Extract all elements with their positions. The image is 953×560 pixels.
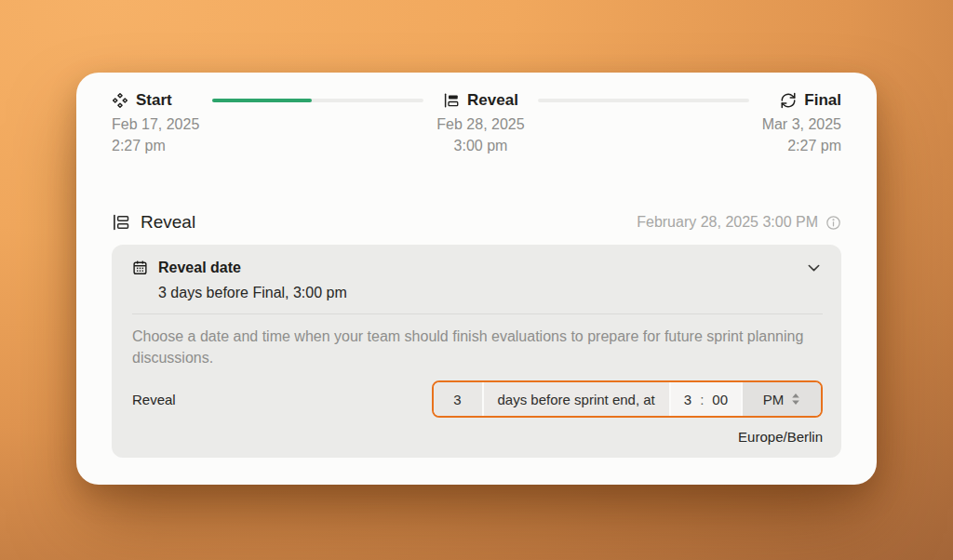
days-before-input[interactable]: 3	[434, 382, 482, 416]
time-separator: :	[700, 392, 704, 407]
milestone-final: Final Mar 3, 2025 2:27 pm	[762, 90, 841, 156]
final-refresh-icon	[780, 92, 797, 109]
meridiem-select[interactable]: PM	[743, 382, 821, 416]
spinner-arrows-icon	[791, 393, 800, 406]
chevron-down-icon[interactable]	[805, 259, 823, 276]
timeline-connector-start-reveal	[212, 99, 423, 102]
milestone-reveal-time: 3:00 pm	[436, 135, 524, 156]
reveal-flag-icon	[443, 92, 460, 109]
milestone-reveal: Reveal Feb 28, 2025 3:00 pm	[436, 90, 524, 156]
milestone-start-time: 2:27 pm	[112, 135, 199, 156]
minute-input[interactable]: 00	[712, 392, 728, 407]
hour-input[interactable]: 3	[684, 392, 691, 407]
milestone-final-date: Mar 3, 2025	[762, 113, 841, 135]
milestone-reveal-date: Feb 28, 2025	[436, 113, 524, 135]
reveal-date-accordion-header[interactable]: Reveal date	[132, 259, 823, 276]
timezone-label: Europe/Berlin	[738, 429, 823, 445]
reveal-datetime-control: 3 days before sprint end, at 3 : 00 PM	[432, 380, 823, 418]
reveal-date-panel: Reveal date 3 days before Final, 3:00 pm…	[112, 245, 841, 458]
panel-title: Reveal date	[158, 260, 241, 276]
reveal-row-label: Reveal	[132, 392, 176, 407]
panel-summary: 3 days before Final, 3:00 pm	[158, 285, 823, 301]
calendar-icon	[132, 260, 148, 275]
milestone-final-time: 2:27 pm	[762, 135, 841, 156]
milestone-final-label: Final	[804, 91, 841, 110]
section-title: Reveal	[141, 212, 195, 233]
reveal-control-row: Reveal 3 days before sprint end, at 3 : …	[132, 380, 823, 418]
timeline-connector-reveal-final	[538, 99, 749, 102]
section-datetime: February 28, 2025 3:00 PM	[637, 214, 818, 231]
panel-divider	[132, 313, 823, 314]
milestone-start: Start Feb 17, 2025 2:27 pm	[112, 90, 199, 156]
milestone-start-date: Feb 17, 2025	[112, 113, 199, 135]
desktop-background: Start Feb 17, 2025 2:27 pm	[0, 0, 953, 560]
meridiem-value: PM	[763, 392, 785, 407]
panel-description: Choose a date and time when your team sh…	[132, 327, 823, 368]
info-icon[interactable]	[825, 215, 841, 231]
sprint-timeline: Start Feb 17, 2025 2:27 pm	[112, 90, 841, 156]
anchor-phrase-select[interactable]: days before sprint end, at	[484, 382, 669, 416]
time-input[interactable]: 3 : 00	[671, 382, 741, 416]
sprint-schedule-card: Start Feb 17, 2025 2:27 pm	[76, 73, 877, 485]
reveal-flag-icon	[112, 213, 130, 232]
timeline-progress-done	[212, 99, 312, 102]
start-diamonds-icon	[112, 92, 128, 109]
reveal-section-header: Reveal February 28, 2025 3:00 PM	[112, 212, 841, 233]
milestone-start-label: Start	[136, 91, 172, 110]
milestone-reveal-label: Reveal	[467, 91, 518, 110]
